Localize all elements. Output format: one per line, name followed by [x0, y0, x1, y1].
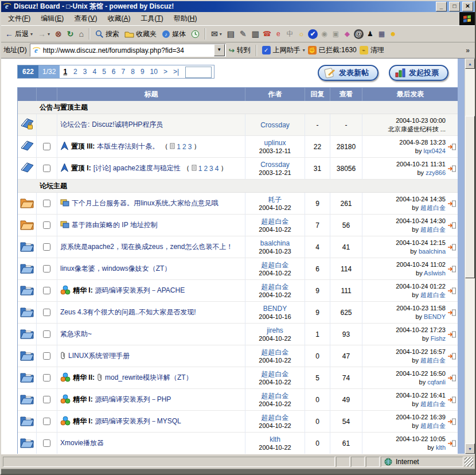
toolbar-overflow-chevron[interactable]: » — [463, 46, 473, 54]
topic-title-link[interactable]: 基于路由策略的 IP 地址控制 — [72, 220, 158, 230]
topic-checkbox[interactable] — [43, 418, 50, 425]
phone-plugin-icon[interactable]: ☎ — [262, 29, 272, 39]
new-topic-button[interactable]: 发表新帖 — [318, 65, 379, 81]
author-link[interactable]: 超超白金 — [262, 217, 289, 225]
topic-page-link[interactable]: 2 — [182, 143, 186, 151]
new-post-icon[interactable] — [447, 440, 456, 449]
page-number-link[interactable]: 4 — [89, 65, 99, 78]
qq-penguin-icon[interactable]: ♟ — [365, 29, 375, 39]
topic-title-link[interactable]: Zeus 4.3有个很大的问题..不知大家是否发现! — [60, 307, 196, 317]
author-link[interactable]: klth — [270, 435, 280, 443]
media-button[interactable]: ♪媒体 — [159, 28, 188, 40]
topic-page-link[interactable]: 3 — [209, 165, 213, 173]
author-link[interactable]: 超超白金 — [262, 261, 289, 269]
topic-checkbox[interactable] — [43, 221, 50, 229]
topic-checkbox[interactable] — [43, 374, 50, 381]
grid-plugin-icon[interactable]: ▦ — [377, 29, 387, 39]
close-button[interactable]: ✕ — [462, 2, 473, 11]
topic-checkbox[interactable] — [43, 243, 50, 251]
mouse-plugin-icon[interactable]: ◉ — [319, 29, 329, 39]
topic-title-link[interactable]: 原系统是apache2，现在换成zeus，zend怎么也装不上！ — [60, 242, 233, 252]
mail-button[interactable]: ✉▾ — [209, 29, 224, 39]
forward-button[interactable]: →▾ — [36, 29, 52, 39]
back-button[interactable]: ←后退▾ — [3, 28, 35, 40]
menu-item-tools[interactable]: 工具(T) — [135, 12, 168, 25]
lastpost-author-link[interactable]: BENDY — [424, 313, 446, 320]
new-post-icon[interactable] — [447, 200, 456, 209]
minimize-button[interactable]: _ — [436, 2, 447, 11]
last-page-link[interactable]: >| — [170, 65, 182, 78]
new-post-icon[interactable] — [447, 143, 456, 153]
menu-item-help[interactable]: 帮助(H) — [169, 12, 202, 25]
scrollbar-thumb[interactable] — [465, 116, 475, 278]
edit-button[interactable]: ✎ — [237, 29, 249, 39]
topic-title-link[interactable]: 紧急求助~ — [60, 329, 92, 339]
topic-checkbox[interactable] — [43, 330, 50, 338]
new-post-icon[interactable] — [447, 165, 456, 174]
new-post-icon[interactable] — [447, 222, 456, 231]
lastpost-author-link[interactable]: 超超白金 — [420, 357, 446, 364]
lastpost-author-link[interactable]: 超超白金 — [420, 400, 446, 407]
lastpost-author-link[interactable]: zzy866 — [426, 169, 446, 176]
author-link[interactable]: 超超白金 — [262, 414, 289, 422]
lastpost-author-link[interactable]: cqfanli — [427, 379, 446, 386]
topic-checkbox[interactable] — [43, 165, 50, 172]
topic-checkbox[interactable] — [43, 265, 50, 272]
page-number-link[interactable]: 10 — [147, 65, 161, 78]
lastpost-author-link[interactable]: 超超白金 — [420, 226, 446, 233]
go-button[interactable]: ↪转到 — [229, 45, 251, 55]
new-post-icon[interactable] — [447, 309, 456, 318]
new-post-icon[interactable] — [447, 266, 456, 275]
author-link[interactable]: baalchina — [260, 239, 290, 247]
topic-page-link[interactable]: 3 — [188, 143, 192, 151]
topic-title-link[interactable]: [讨论] apache2速度与稳定性 — [93, 163, 181, 173]
refresh-button[interactable]: ↻ — [65, 29, 76, 39]
author-link[interactable]: Crossday — [260, 161, 290, 169]
search-button[interactable]: 搜索 — [93, 28, 122, 40]
author-link[interactable]: 耗子 — [268, 196, 282, 204]
menu-item-favorites[interactable]: 收藏(A) — [102, 12, 135, 25]
page-number-link[interactable]: 5 — [99, 65, 109, 78]
history-button[interactable] — [189, 29, 202, 40]
page-number-link[interactable]: 3 — [80, 65, 90, 78]
new-post-icon[interactable] — [447, 244, 456, 253]
cart-plugin-icon[interactable]: ▣ — [331, 29, 341, 39]
new-post-icon[interactable] — [447, 353, 456, 362]
lastpost-author-link[interactable]: klth — [436, 444, 446, 451]
lastpost-author-link[interactable]: baalchina — [419, 248, 446, 255]
new-poll-button[interactable]: 发起投票 — [389, 65, 448, 81]
page-number-link[interactable]: 1 — [60, 65, 71, 78]
crown-plugin-icon[interactable]: ☼ — [296, 29, 306, 39]
topic-title-link[interactable]: 源码编译安装系列－APACHE — [95, 286, 185, 295]
topic-title-link[interactable]: Xmovie播放器 — [60, 438, 104, 448]
resize-grip[interactable] — [465, 457, 473, 466]
author-link[interactable]: uplinux — [264, 139, 286, 147]
clean-button[interactable]: ⌁清理 — [360, 45, 384, 55]
author-link[interactable]: 超超白金 — [262, 370, 289, 378]
lastpost-author-link[interactable]: 超超白金 — [420, 204, 446, 211]
topic-page-link[interactable]: 2 — [204, 165, 208, 173]
topic-checkbox[interactable] — [43, 352, 50, 360]
topic-checkbox[interactable] — [43, 200, 50, 207]
chinese-input-icon[interactable]: 中 — [285, 29, 295, 39]
next-page-link[interactable]: > — [161, 65, 170, 78]
topic-checkbox[interactable] — [43, 309, 50, 316]
new-post-icon[interactable] — [447, 418, 456, 427]
mail-dropdown-icon[interactable]: ▾ — [220, 32, 222, 37]
net-assistant-button[interactable]: ✓上网助手▾ — [262, 45, 305, 55]
new-post-icon[interactable] — [447, 375, 456, 384]
topic-title-link[interactable]: 下个月上台服务器。用linux系统,大家给点意见哦 — [72, 198, 219, 208]
print-button[interactable]: ▤ — [225, 29, 237, 39]
new-post-icon[interactable] — [447, 396, 456, 406]
menu-item-view[interactable]: 查看(V) — [69, 12, 102, 25]
new-post-icon[interactable] — [447, 331, 456, 340]
forward-dropdown-icon[interactable]: ▾ — [48, 32, 50, 37]
address-dropdown-icon[interactable]: ▼ — [214, 44, 225, 56]
topic-checkbox[interactable] — [43, 439, 50, 447]
topic-title-link[interactable]: 源码编译安装系列－MYSQL — [95, 416, 181, 426]
vertical-scrollbar[interactable]: ▲ ▼ — [465, 59, 475, 454]
page-number-link[interactable]: 8 — [128, 65, 138, 78]
page-number-link[interactable]: 7 — [119, 65, 128, 78]
blocked-counter[interactable]: ✊已拦截:1630 — [308, 45, 357, 55]
author-link[interactable]: 超超白金 — [262, 283, 289, 291]
